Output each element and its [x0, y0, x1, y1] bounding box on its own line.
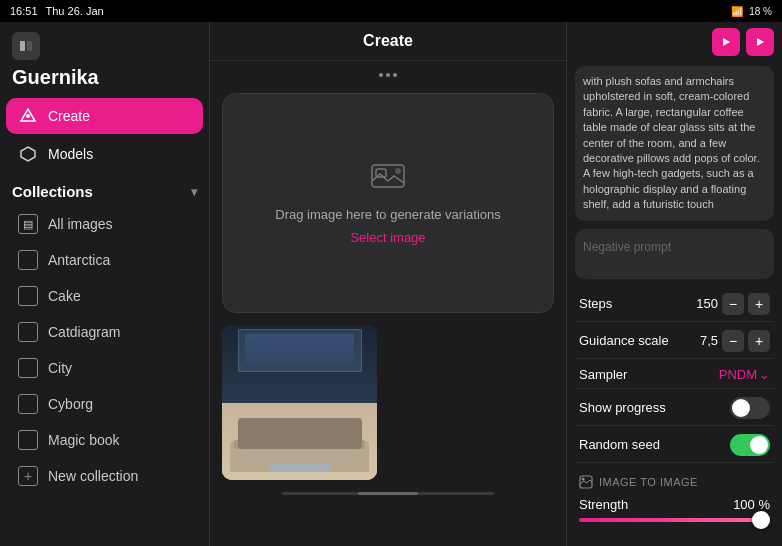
- collection-magic-book-label: Magic book: [48, 432, 120, 448]
- create-icon: [18, 106, 38, 126]
- img2img-icon: [579, 475, 593, 489]
- models-icon: [18, 144, 38, 164]
- status-bar-left: 16:51 Thu 26. Jan: [10, 5, 104, 17]
- steps-row: Steps 150 − +: [575, 287, 774, 322]
- random-seed-label: Random seed: [579, 437, 660, 452]
- sidebar: Guernika Create Models Collections ▾: [0, 22, 210, 546]
- select-image-link[interactable]: Select image: [350, 230, 425, 245]
- image-drop-zone[interactable]: Drag image here to generate variations S…: [222, 93, 554, 313]
- strength-slider-thumb[interactable]: [752, 511, 770, 529]
- svg-marker-8: [757, 38, 764, 46]
- main-content: Create: [210, 22, 567, 546]
- steps-value: 150: [688, 296, 718, 311]
- strength-label: Strength: [579, 497, 628, 512]
- folder-icon: [18, 250, 38, 270]
- guidance-value: 7,5: [688, 333, 718, 348]
- collection-cake[interactable]: Cake: [6, 279, 203, 313]
- play-button-2[interactable]: [746, 28, 774, 56]
- sidebar-toggle-button[interactable]: [12, 32, 40, 60]
- dot: [379, 73, 383, 77]
- collections-label: Collections: [12, 183, 93, 200]
- collection-antarctica-label: Antarctica: [48, 252, 110, 268]
- steps-increment-button[interactable]: +: [748, 293, 770, 315]
- collection-antarctica[interactable]: Antarctica: [6, 243, 203, 277]
- svg-point-3: [26, 114, 30, 118]
- folder-icon: [18, 322, 38, 342]
- folder-icon: [18, 394, 38, 414]
- dot: [386, 73, 390, 77]
- dot: [393, 73, 397, 77]
- plus-icon: +: [18, 466, 38, 486]
- prompt-text: with plush sofas and armchairs upholster…: [583, 75, 760, 210]
- collection-all-images[interactable]: ▤ All images: [6, 207, 203, 241]
- image-drop-icon: [370, 161, 406, 199]
- status-bar-right: 📶 18 %: [731, 6, 772, 17]
- steps-decrement-button[interactable]: −: [722, 293, 744, 315]
- sidebar-header: [0, 22, 209, 66]
- img2img-label: IMAGE TO IMAGE: [599, 476, 698, 488]
- main-header: Create: [210, 22, 566, 61]
- sidebar-item-create-label: Create: [48, 108, 90, 124]
- guidance-decrement-button[interactable]: −: [722, 330, 744, 352]
- sidebar-item-models[interactable]: Models: [6, 136, 203, 172]
- play-icon-2: [754, 36, 766, 48]
- collection-city[interactable]: City: [6, 351, 203, 385]
- panel-top-buttons: [567, 22, 782, 62]
- strength-slider-fill: [579, 518, 770, 522]
- steps-label: Steps: [579, 296, 612, 311]
- sidebar-item-models-label: Models: [48, 146, 93, 162]
- play-button[interactable]: [712, 28, 740, 56]
- sidebar-toggle-icon: [19, 39, 33, 53]
- collection-catdiagram-label: Catdiagram: [48, 324, 120, 340]
- collection-magic-book[interactable]: Magic book: [6, 423, 203, 457]
- guidance-increment-button[interactable]: +: [748, 330, 770, 352]
- strength-slider-container: [567, 516, 782, 530]
- guidance-row: Guidance scale 7,5 − +: [575, 324, 774, 359]
- drop-zone-text: Drag image here to generate variations: [275, 207, 500, 222]
- battery: 18 %: [749, 6, 772, 17]
- generated-image-thumbnail[interactable]: [222, 325, 377, 480]
- svg-point-10: [582, 477, 585, 480]
- folder-icon: [18, 286, 38, 306]
- show-progress-toggle[interactable]: [730, 397, 770, 419]
- play-icon: [720, 36, 732, 48]
- guidance-label: Guidance scale: [579, 333, 669, 348]
- sidebar-item-create[interactable]: Create: [6, 98, 203, 134]
- collection-cake-label: Cake: [48, 288, 81, 304]
- random-seed-toggle[interactable]: [730, 434, 770, 456]
- strength-slider-track[interactable]: [579, 518, 770, 522]
- room-scene: [222, 325, 377, 480]
- collection-cyborg[interactable]: Cyborg: [6, 387, 203, 421]
- strength-row: Strength 100 %: [567, 493, 782, 516]
- sampler-value: PNDM: [719, 367, 757, 382]
- three-dots-menu[interactable]: [379, 73, 397, 77]
- sampler-selector[interactable]: PNDM ⌄: [719, 367, 770, 382]
- negative-prompt-area[interactable]: Negative prompt: [575, 229, 774, 279]
- collection-cyborg-label: Cyborg: [48, 396, 93, 412]
- new-collection-label: New collection: [48, 468, 138, 484]
- random-seed-row: Random seed: [575, 428, 774, 463]
- show-progress-label: Show progress: [579, 400, 666, 415]
- img2img-header: IMAGE TO IMAGE: [567, 467, 782, 493]
- negative-prompt-placeholder: Negative prompt: [583, 240, 671, 254]
- status-bar: 16:51 Thu 26. Jan 📶 18 %: [0, 0, 782, 22]
- wifi-icon: 📶: [731, 6, 743, 17]
- prompt-text-area[interactable]: with plush sofas and armchairs upholster…: [575, 66, 774, 221]
- guidance-control: 7,5 − +: [688, 330, 770, 352]
- sampler-chevron-icon: ⌄: [759, 367, 770, 382]
- svg-marker-7: [723, 38, 730, 46]
- toggle-thumb: [732, 399, 750, 417]
- collection-catdiagram[interactable]: Catdiagram: [6, 315, 203, 349]
- show-progress-row: Show progress: [575, 391, 774, 426]
- collections-section-header[interactable]: Collections ▾: [0, 173, 209, 206]
- app-title: Guernika: [0, 66, 209, 97]
- folder-icon: ▤: [18, 214, 38, 234]
- settings-section: Steps 150 − + Guidance scale 7,5 − + Sam…: [567, 283, 782, 467]
- scroll-thumb: [358, 492, 418, 495]
- folder-icon: [18, 358, 38, 378]
- chevron-down-icon: ▾: [191, 185, 197, 199]
- right-panel: with plush sofas and armchairs upholster…: [567, 22, 782, 546]
- main-scroll[interactable]: Drag image here to generate variations S…: [210, 61, 566, 546]
- new-collection-button[interactable]: + New collection: [6, 459, 203, 493]
- svg-rect-0: [20, 41, 25, 51]
